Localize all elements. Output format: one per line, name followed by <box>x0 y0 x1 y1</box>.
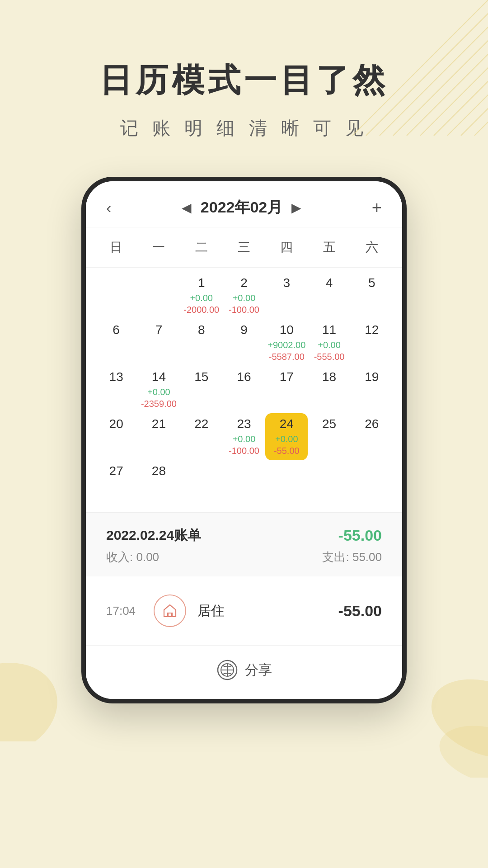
txn-icon-home <box>154 594 186 627</box>
cal-day-19[interactable]: 19 <box>351 366 393 413</box>
cal-day-20[interactable]: 20 <box>95 413 137 460</box>
txn-time: 17:04 <box>106 604 142 618</box>
cal-day-10[interactable]: 10+9002.00-5587.00 <box>265 319 308 366</box>
txn-amount: -55.00 <box>338 602 382 620</box>
cal-day-27[interactable]: 27 <box>95 460 137 503</box>
svg-rect-13 <box>168 613 172 617</box>
sub-title: 记 账 明 细 清 晰 可 见 <box>0 116 488 141</box>
calendar-nav: ◀ 2022年02月 ▶ <box>182 197 301 218</box>
cal-day-empty <box>308 460 350 503</box>
bill-income-label: 收入: 0.00 <box>106 549 159 565</box>
weekday-wed: 三 <box>223 234 265 260</box>
transaction-item: 17:04 居住 -55.00 <box>106 585 382 636</box>
cal-day-21[interactable]: 21 <box>137 413 180 460</box>
cal-day-1[interactable]: 1+0.00-2000.00 <box>180 272 223 319</box>
cal-day-7[interactable]: 7 <box>137 319 180 366</box>
cal-day-14[interactable]: 14+0.00-2359.00 <box>137 366 180 413</box>
bill-date-label: 2022.02.24账单 <box>106 526 201 545</box>
weekday-fri: 五 <box>308 234 350 260</box>
cal-day-17[interactable]: 17 <box>265 366 308 413</box>
title-section: 日历模式一目了然 记 账 明 细 清 晰 可 见 <box>0 0 488 168</box>
cal-day-28[interactable]: 28 <box>137 460 180 503</box>
cal-day-12[interactable]: 12 <box>351 319 393 366</box>
add-button[interactable]: + <box>372 198 382 217</box>
cal-day-25[interactable]: 25 <box>308 413 350 460</box>
cal-day-26[interactable]: 26 <box>351 413 393 460</box>
cal-day-5[interactable]: 5 <box>351 272 393 319</box>
cal-day-empty <box>180 460 223 503</box>
cal-day-6[interactable]: 6 <box>95 319 137 366</box>
weekday-tue: 二 <box>180 234 223 260</box>
weekdays-row: 日 一 二 三 四 五 六 <box>86 227 402 268</box>
weekday-sun: 日 <box>95 234 137 260</box>
cal-day-22[interactable]: 22 <box>180 413 223 460</box>
transaction-list: 17:04 居住 -55.00 <box>86 576 402 645</box>
cal-day-18[interactable]: 18 <box>308 366 350 413</box>
cal-day-empty <box>95 272 137 319</box>
cal-day-11[interactable]: 11+0.00-555.00 <box>308 319 350 366</box>
month-title: 2022年02月 <box>201 197 282 218</box>
share-icon <box>216 659 238 681</box>
phone-mockup: ‹ ◀ 2022年02月 ▶ + 日 一 二 三 四 五 六 1+0.00- <box>81 177 407 703</box>
txn-category: 居住 <box>197 602 327 620</box>
phone-wrapper: ‹ ◀ 2022年02月 ▶ + 日 一 二 三 四 五 六 1+0.00- <box>0 177 488 703</box>
prev-month-button[interactable]: ◀ <box>182 200 192 215</box>
bill-summary: 2022.02.24账单 -55.00 收入: 0.00 支出: 55.00 <box>86 512 402 576</box>
cal-day-15[interactable]: 15 <box>180 366 223 413</box>
cal-day-empty <box>265 460 308 503</box>
svg-point-12 <box>433 716 488 778</box>
back-button[interactable]: ‹ <box>106 199 111 217</box>
bill-total-amount: -55.00 <box>338 527 382 544</box>
phone-screen: ‹ ◀ 2022年02月 ▶ + 日 一 二 三 四 五 六 1+0.00- <box>86 181 402 699</box>
share-bar[interactable]: 分享 <box>86 645 402 699</box>
calendar-grid: 1+0.00-2000.002+0.00-100.00345678910+900… <box>86 268 402 512</box>
main-title: 日历模式一目了然 <box>0 59 488 102</box>
cal-day-24[interactable]: 24+0.00-55.00 <box>265 413 308 460</box>
cal-day-empty <box>351 460 393 503</box>
cal-day-4[interactable]: 4 <box>308 272 350 319</box>
next-month-button[interactable]: ▶ <box>291 200 301 215</box>
calendar-header: ‹ ◀ 2022年02月 ▶ + <box>86 181 402 227</box>
cal-day-16[interactable]: 16 <box>223 366 265 413</box>
cal-day-empty <box>137 272 180 319</box>
cal-day-2[interactable]: 2+0.00-100.00 <box>223 272 265 319</box>
cal-day-13[interactable]: 13 <box>95 366 137 413</box>
cal-day-8[interactable]: 8 <box>180 319 223 366</box>
cal-day-empty <box>223 460 265 503</box>
share-label: 分享 <box>245 661 272 679</box>
weekday-mon: 一 <box>137 234 180 260</box>
bill-expense-label: 支出: 55.00 <box>322 549 382 565</box>
cal-day-3[interactable]: 3 <box>265 272 308 319</box>
cal-day-9[interactable]: 9 <box>223 319 265 366</box>
cal-day-23[interactable]: 23+0.00-100.00 <box>223 413 265 460</box>
weekday-thu: 四 <box>265 234 308 260</box>
weekday-sat: 六 <box>351 234 393 260</box>
